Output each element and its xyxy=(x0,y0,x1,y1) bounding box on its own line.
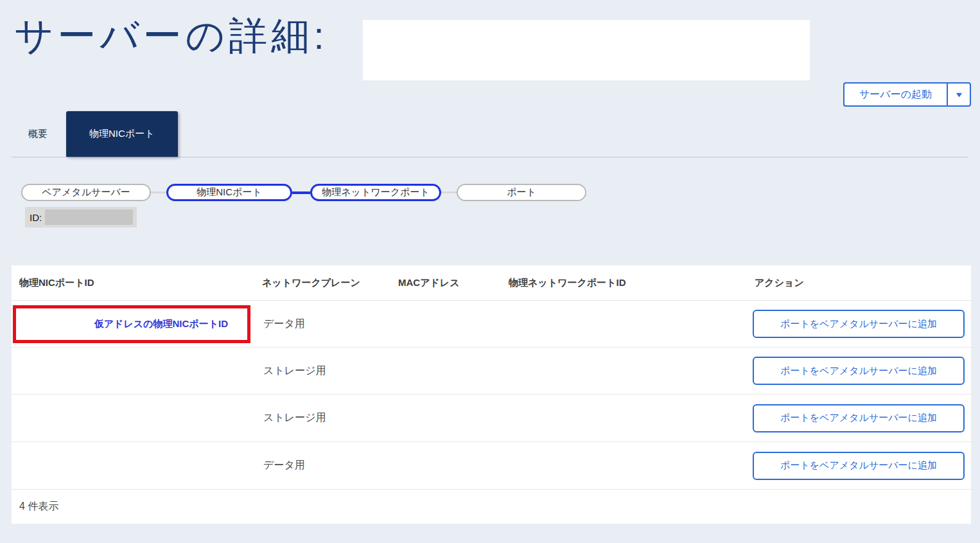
flow-connector xyxy=(441,191,457,193)
network-plane-cell: ストレージ用 xyxy=(254,364,390,378)
server-name-redacted-box xyxy=(363,20,810,80)
network-plane-cell: ストレージ用 xyxy=(254,411,390,425)
network-plane-cell: データ用 xyxy=(254,459,390,472)
column-header-network-port-id: 物理ネットワークポートID xyxy=(501,277,747,289)
column-header-network-plane: ネットワークプレーン xyxy=(254,277,390,289)
flow-node-physical-nic-port[interactable]: 物理NICポート xyxy=(166,184,292,201)
tab-physical-nic-port[interactable]: 物理NICポート xyxy=(66,111,178,157)
tab-bar: 概要 物理NICポート xyxy=(12,111,968,157)
add-port-button[interactable]: ポートをベアメタルサーバーに追加 xyxy=(753,357,965,385)
highlight-annotation-box: 仮アドレスの物理NICポートID xyxy=(13,305,250,343)
flow-node-physical-network-port[interactable]: 物理ネットワークポート xyxy=(310,184,441,201)
column-header-mac-address: MACアドレス xyxy=(390,277,501,289)
server-detail-page: サーバーの詳細: サーバーの起動 ▼ 概要 物理NICポート ベアメタルサーバー… xyxy=(0,0,980,543)
flow-connector-active xyxy=(292,191,310,194)
add-port-button[interactable]: ポートをベアメタルサーバーに追加 xyxy=(753,310,965,338)
id-label: ID: xyxy=(30,212,42,223)
add-port-button[interactable]: ポートをベアメタルサーバーに追加 xyxy=(753,452,965,480)
table-row: ストレージ用 ポートをベアメタルサーバーに追加 xyxy=(12,395,971,442)
server-start-button[interactable]: サーバーの起動 xyxy=(843,82,947,107)
flow-connector xyxy=(151,191,166,193)
nic-port-table: 物理NICポートID ネットワークプレーン MACアドレス 物理ネットワークポー… xyxy=(12,265,971,524)
resource-flow-diagram: ベアメタルサーバー 物理NICポート 物理ネットワークポート ポート xyxy=(21,184,586,201)
server-actions-dropdown-button[interactable]: ▼ xyxy=(947,82,971,107)
server-start-button-group: サーバーの起動 ▼ xyxy=(843,82,971,107)
chevron-down-icon: ▼ xyxy=(954,91,963,98)
table-row: データ用 ポートをベアメタルサーバーに追加 xyxy=(12,442,971,490)
table-row: 仮アドレスの物理NICポートID データ用 ポートをベアメタルサーバーに追加 xyxy=(12,301,971,348)
flow-node-baremetal-server[interactable]: ベアメタルサーバー xyxy=(21,184,151,201)
column-header-nic-port-id: 物理NICポートID xyxy=(12,277,254,289)
server-id-redacted xyxy=(45,209,133,225)
add-port-button[interactable]: ポートをベアメタルサーバーに追加 xyxy=(753,404,965,432)
server-id-field: ID: xyxy=(25,207,137,227)
table-header-row: 物理NICポートID ネットワークプレーン MACアドレス 物理ネットワークポー… xyxy=(12,265,971,301)
flow-node-port[interactable]: ポート xyxy=(457,184,586,201)
page-title: サーバーの詳細: xyxy=(14,10,328,62)
column-header-actions: アクション xyxy=(747,277,971,289)
nic-port-id-link[interactable]: 仮アドレスの物理NICポートID xyxy=(94,318,228,330)
network-plane-cell: データ用 xyxy=(254,317,390,331)
table-footer: 4 件表示 xyxy=(12,490,971,524)
row-count-label: 4 件表示 xyxy=(19,500,58,513)
table-row: ストレージ用 ポートをベアメタルサーバーに追加 xyxy=(12,348,971,395)
tab-overview[interactable]: 概要 xyxy=(16,111,60,157)
